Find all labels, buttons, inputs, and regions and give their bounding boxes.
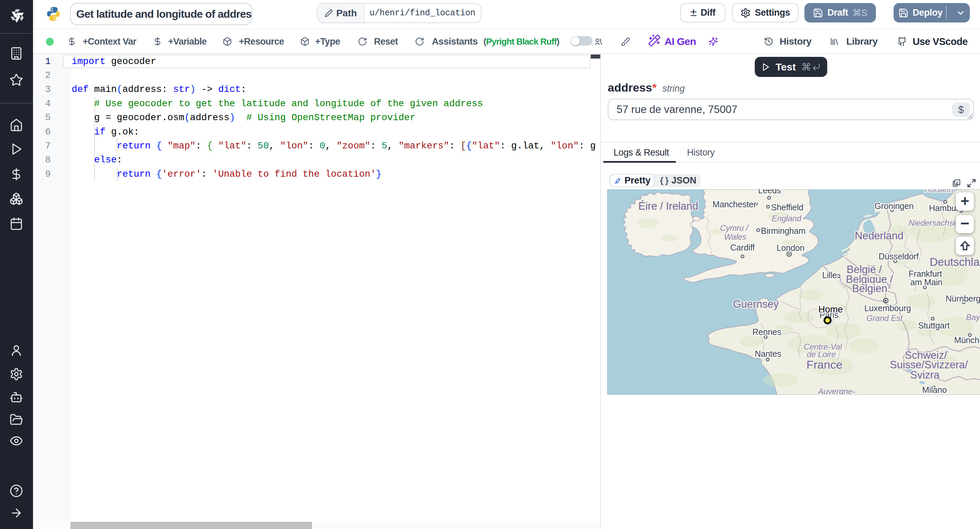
svg-text:Cymru /: Cymru / bbox=[720, 223, 749, 233]
svg-text:Nederland: Nederland bbox=[855, 230, 904, 242]
svg-text:Stuttgart: Stuttgart bbox=[918, 321, 950, 330]
svg-text:Groningen: Groningen bbox=[875, 201, 914, 211]
svg-text:London: London bbox=[776, 243, 804, 253]
svg-text:Svizra: Svizra bbox=[910, 369, 940, 381]
svg-text:Nantes: Nantes bbox=[755, 349, 781, 359]
svg-text:Nürnberg: Nürnberg bbox=[946, 294, 980, 303]
svg-text:Auvergne-: Auvergne- bbox=[817, 387, 855, 395]
svg-text:Luxembourg: Luxembourg bbox=[864, 303, 911, 313]
svg-text:Düsseldorf: Düsseldorf bbox=[878, 252, 919, 261]
svg-text:Belgien: Belgien bbox=[852, 282, 887, 295]
svg-text:Niedersachsen: Niedersachsen bbox=[908, 218, 962, 228]
svg-text:Leeds: Leeds bbox=[758, 189, 781, 195]
svg-text:England: England bbox=[772, 214, 802, 223]
svg-text:de Loire: de Loire bbox=[807, 350, 836, 359]
svg-text:Guernsey: Guernsey bbox=[733, 298, 779, 310]
svg-text:Bay: Bay bbox=[966, 312, 980, 322]
svg-text:München: München bbox=[954, 335, 980, 345]
svg-text:Home: Home bbox=[818, 304, 843, 314]
svg-text:France: France bbox=[807, 358, 843, 371]
svg-text:Cardiff: Cardiff bbox=[730, 243, 755, 252]
svg-text:Lille: Lille bbox=[822, 270, 837, 280]
svg-text:Grand Est: Grand Est bbox=[866, 314, 903, 323]
svg-text:Sheffield: Sheffield bbox=[771, 202, 803, 212]
svg-text:Frankfurt: Frankfurt bbox=[908, 269, 942, 279]
svg-text:Milano: Milano bbox=[922, 385, 947, 395]
svg-text:Birmingham: Birmingham bbox=[761, 226, 805, 236]
svg-text:Holstein: Holstein bbox=[924, 189, 953, 194]
svg-text:Wales: Wales bbox=[724, 232, 746, 241]
svg-text:am Main: am Main bbox=[910, 277, 942, 287]
svg-text:Rennes: Rennes bbox=[752, 327, 781, 337]
svg-text:Deutschland: Deutschland bbox=[930, 256, 980, 268]
svg-text:Manchester: Manchester bbox=[713, 199, 756, 209]
svg-text:Éire / Ireland: Éire / Ireland bbox=[638, 200, 698, 212]
